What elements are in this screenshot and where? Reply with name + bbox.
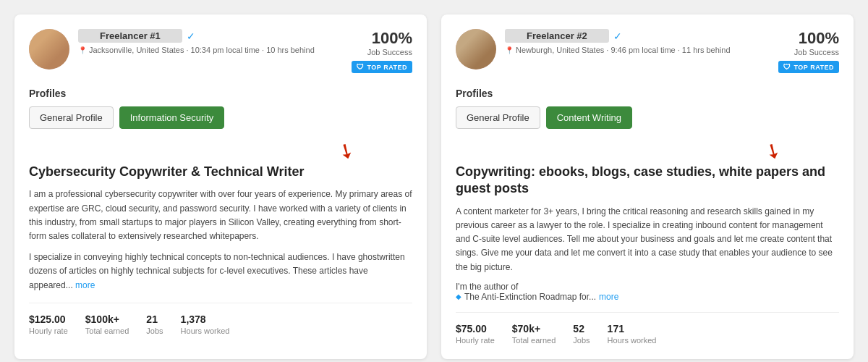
header-left-1: Freelancer #1 ✓ 📍 Jacksonville, United S… xyxy=(29,29,315,70)
stat-jobs-1: 21 Jobs xyxy=(146,313,163,335)
stat-jobs-label-1: Jobs xyxy=(146,327,163,335)
freelancer-card-1: Freelancer #1 ✓ 📍 Jacksonville, United S… xyxy=(14,14,427,359)
arrow-container-2: ➘ xyxy=(456,139,825,161)
header-right-2: 100% Job Success 🛡 TOP RATED xyxy=(778,29,839,73)
time-info-1: · 10:34 pm local time · 10 hrs behind xyxy=(186,46,314,54)
avatar-2 xyxy=(456,29,496,70)
user-name-2: Freelancer #2 xyxy=(505,29,609,43)
cards-container: Freelancer #1 ✓ 📍 Jacksonville, United S… xyxy=(14,14,854,359)
stat-hours-label-1: Hours worked xyxy=(181,327,230,335)
stats-row-2: $75.00 Hourly rate $70k+ Total earned 52… xyxy=(456,312,839,345)
book-title-2: The Anti-Extinction Roadmap for... xyxy=(464,292,596,302)
book-link-2: ◆ The Anti-Extinction Roadmap for... mor… xyxy=(456,292,839,302)
user-location-2: 📍 Newburgh, United States · 9:46 pm loca… xyxy=(505,46,731,54)
profiles-section-2: Profiles General Profile Content Writing xyxy=(456,88,839,129)
profiles-section-1: Profiles General Profile Information Sec… xyxy=(29,88,412,129)
tab-information-security-1[interactable]: Information Security xyxy=(119,106,225,129)
shield-icon-2: 🛡 xyxy=(783,63,791,71)
stat-jobs-value-2: 52 xyxy=(573,323,590,334)
profile-title-1: Cybersecurity Copywriter & Technical Wri… xyxy=(29,164,412,180)
diamond-icon-2: ◆ xyxy=(456,292,461,300)
profile-desc-para1-2: A content marketer for 3+ years, I bring… xyxy=(456,205,839,274)
more-link-2[interactable]: more xyxy=(599,292,618,302)
more-link-1[interactable]: more xyxy=(75,280,95,290)
stat-jobs-value-1: 21 xyxy=(146,313,163,325)
tab-general-profile-2[interactable]: General Profile xyxy=(456,106,540,129)
user-name-row-2: Freelancer #2 ✓ xyxy=(505,29,731,43)
stat-hourly-1: $125.00 Hourly rate xyxy=(29,313,68,335)
profiles-label-2: Profiles xyxy=(456,88,839,99)
user-name-1: Freelancer #1 xyxy=(78,29,182,43)
stat-hourly-label-1: Hourly rate xyxy=(29,327,68,335)
stat-earned-value-2: $70k+ xyxy=(512,323,556,334)
tab-content-writing-2[interactable]: Content Writing xyxy=(546,106,632,129)
profile-tabs-1: General Profile Information Security xyxy=(29,106,412,129)
red-arrow-icon-1: ➘ xyxy=(333,136,359,165)
card-header-2: Freelancer #2 ✓ 📍 Newburgh, United State… xyxy=(456,29,839,73)
card-header-1: Freelancer #1 ✓ 📍 Jacksonville, United S… xyxy=(29,29,412,73)
stats-row-1: $125.00 Hourly rate $100k+ Total earned … xyxy=(29,303,412,335)
location-pin-icon-1: 📍 xyxy=(78,46,87,54)
avatar-1 xyxy=(29,29,69,70)
stat-hours-1: 1,378 Hours worked xyxy=(181,313,230,335)
stat-earned-2: $70k+ Total earned xyxy=(512,323,556,345)
top-rated-badge-1: 🛡 TOP RATED xyxy=(352,61,412,73)
stat-hours-2: 171 Hours worked xyxy=(608,323,657,345)
job-success-label-2: Job Success xyxy=(778,48,839,56)
time-info-2: · 9:46 pm local time · 11 hrs behind xyxy=(606,46,730,54)
header-left-2: Freelancer #2 ✓ 📍 Newburgh, United State… xyxy=(456,29,731,70)
user-info-2: Freelancer #2 ✓ 📍 Newburgh, United State… xyxy=(505,29,731,54)
verified-icon-2: ✓ xyxy=(613,30,622,42)
stat-hourly-2: $75.00 Hourly rate xyxy=(456,323,495,345)
freelancer-card-2: Freelancer #2 ✓ 📍 Newburgh, United State… xyxy=(441,14,854,359)
stat-jobs-label-2: Jobs xyxy=(573,336,590,345)
stat-earned-label-1: Total earned xyxy=(85,327,129,335)
location-text-1: Jacksonville, United States xyxy=(89,46,184,54)
stat-earned-1: $100k+ Total earned xyxy=(85,313,129,335)
stat-hours-value-1: 1,378 xyxy=(181,313,230,325)
profiles-label-1: Profiles xyxy=(29,88,412,99)
profile-tabs-2: General Profile Content Writing xyxy=(456,106,839,129)
location-pin-icon-2: 📍 xyxy=(505,46,514,54)
verified-icon-1: ✓ xyxy=(187,30,195,42)
profile-desc-para1-1: I am a professional cybersecurity copywr… xyxy=(29,188,412,243)
stat-hours-label-2: Hours worked xyxy=(608,336,657,345)
user-info-1: Freelancer #1 ✓ 📍 Jacksonville, United S… xyxy=(78,29,315,54)
location-text-2: Newburgh, United States xyxy=(516,46,604,54)
top-rated-text-1: TOP RATED xyxy=(367,64,407,71)
stat-hours-value-2: 171 xyxy=(608,323,657,334)
header-right-1: 100% Job Success 🛡 TOP RATED xyxy=(352,29,412,73)
job-success-pct-1: 100% xyxy=(352,29,412,48)
profile-desc-para2-1: I specialize in conveying highly technic… xyxy=(29,251,412,292)
top-rated-text-2: TOP RATED xyxy=(793,64,834,71)
stat-earned-label-2: Total earned xyxy=(512,336,556,345)
profile-title-2: Copywriting: ebooks, blogs, case studies… xyxy=(456,164,839,198)
user-location-1: 📍 Jacksonville, United States · 10:34 pm… xyxy=(78,46,315,54)
red-arrow-icon-2: ➘ xyxy=(760,136,786,165)
job-success-label-1: Job Success xyxy=(352,48,412,56)
stat-hourly-value-1: $125.00 xyxy=(29,313,68,325)
stat-jobs-2: 52 Jobs xyxy=(573,323,590,345)
job-success-pct-2: 100% xyxy=(778,29,839,48)
stat-hourly-value-2: $75.00 xyxy=(456,323,495,334)
author-section-2: I'm the author of ◆ The Anti-Extinction … xyxy=(456,282,839,302)
shield-icon-1: 🛡 xyxy=(357,63,365,71)
top-rated-badge-2: 🛡 TOP RATED xyxy=(778,61,839,73)
tab-general-profile-1[interactable]: General Profile xyxy=(29,106,114,129)
author-line-2: I'm the author of xyxy=(456,282,839,292)
user-name-row-1: Freelancer #1 ✓ xyxy=(78,29,315,43)
arrow-container-1: ➘ xyxy=(29,139,398,161)
stat-hourly-label-2: Hourly rate xyxy=(456,336,495,345)
stat-earned-value-1: $100k+ xyxy=(85,313,129,325)
